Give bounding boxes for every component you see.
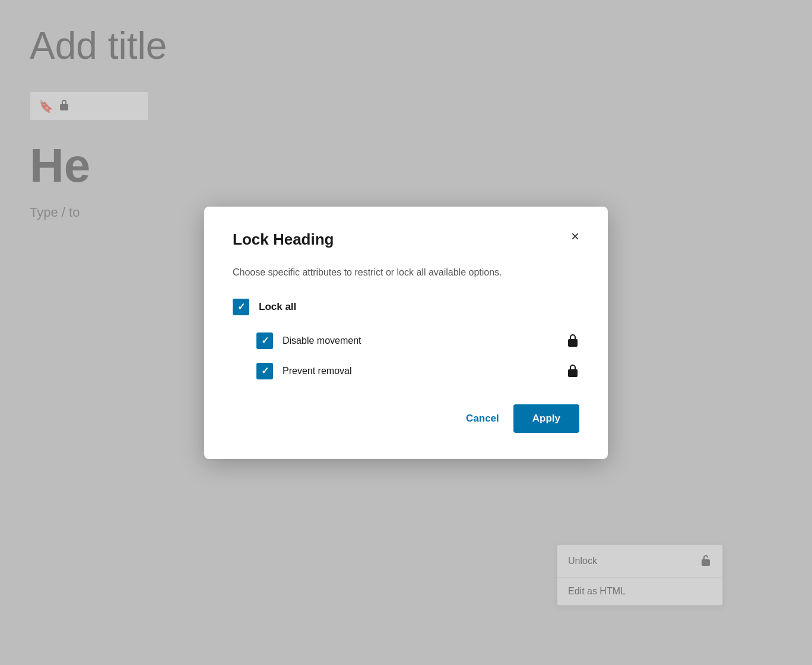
lock-all-label: Lock all [259, 301, 296, 313]
disable-movement-lock-icon [566, 332, 579, 350]
checkmark-icon: ✓ [237, 302, 245, 312]
prevent-removal-row: ✓ Prevent removal [233, 362, 579, 381]
modal-header: Lock Heading × [233, 230, 579, 249]
cancel-button[interactable]: Cancel [464, 407, 502, 430]
lock-heading-modal: Lock Heading × Choose specific attribute… [204, 207, 608, 459]
lock-all-row: ✓ Lock all [233, 299, 579, 315]
svg-rect-2 [568, 339, 578, 347]
prevent-removal-checkbox[interactable]: ✓ [256, 363, 273, 379]
disable-movement-checkbox[interactable]: ✓ [256, 332, 273, 349]
lock-all-checkbox[interactable]: ✓ [233, 299, 249, 315]
checkmark-icon: ✓ [261, 336, 269, 346]
checkmark-icon: ✓ [261, 366, 269, 376]
modal-title: Lock Heading [233, 230, 334, 249]
disable-movement-row: ✓ Disable movement [233, 332, 579, 350]
apply-button[interactable]: Apply [513, 404, 579, 433]
modal-overlay: Lock Heading × Choose specific attribute… [0, 0, 812, 665]
prevent-removal-label: Prevent removal [283, 366, 352, 376]
svg-rect-3 [568, 369, 578, 377]
modal-footer: Cancel Apply [233, 404, 579, 433]
prevent-removal-lock-icon [566, 362, 579, 381]
sub-options: ✓ Disable movement ✓ Prevent removal [233, 332, 579, 381]
modal-close-button[interactable]: × [571, 229, 579, 243]
modal-description: Choose specific attributes to restrict o… [233, 265, 579, 280]
disable-movement-label: Disable movement [283, 335, 361, 346]
